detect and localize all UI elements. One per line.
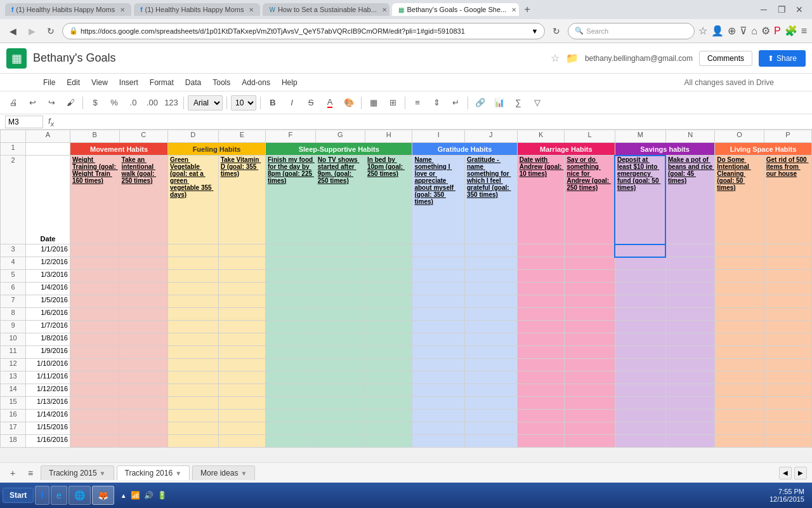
menu-insert[interactable]: Insert: [114, 76, 143, 90]
sheet-tab-2016[interactable]: Tracking 2016 ▼: [117, 465, 190, 480]
cell-L2[interactable]: Say or do something nice for Andrew (goa…: [565, 156, 615, 244]
col-header-P[interactable]: P: [764, 130, 811, 143]
filter-button[interactable]: ▽: [529, 95, 546, 111]
reload-button[interactable]: ↻: [549, 23, 564, 39]
sheet-tab-2015[interactable]: Tracking 2015 ▼: [41, 465, 114, 480]
browser-tab-2[interactable]: f (1) Healthy Habits Happy Moms ✕: [134, 3, 260, 16]
cell-B1[interactable]: Movement Habits: [70, 143, 168, 156]
sheet-scroll-area[interactable]: A B C D E F G H I J K L M N O: [0, 130, 812, 462]
cell-reference-input[interactable]: M3: [5, 116, 43, 128]
menu-addons[interactable]: Add-ons: [237, 76, 275, 90]
col-header-H[interactable]: H: [365, 130, 412, 143]
cell-D1[interactable]: Fueling Habits: [168, 143, 266, 156]
redo-button[interactable]: ↪: [43, 95, 60, 111]
wrap-button[interactable]: ↵: [447, 95, 464, 111]
extensions-icon[interactable]: 🧩: [785, 25, 797, 37]
pinterest-icon[interactable]: P: [774, 25, 781, 37]
paint-format-button[interactable]: 🖌: [62, 95, 79, 111]
cell-F1[interactable]: Sleep-Supportive Habits: [266, 143, 412, 156]
cell-I1[interactable]: Gratitude Habits: [412, 143, 517, 156]
menu-edit[interactable]: Edit: [62, 76, 85, 90]
col-header-I[interactable]: I: [412, 130, 465, 143]
function-button[interactable]: ∑: [510, 95, 527, 111]
menu-tools[interactable]: Tools: [207, 76, 235, 90]
cell-M2[interactable]: Deposit at least $10 into emergency fund…: [615, 156, 665, 244]
col-header-F[interactable]: F: [266, 130, 316, 143]
comments-button[interactable]: Comments: [699, 51, 752, 66]
taskbar-item-chrome[interactable]: 🌐: [69, 486, 91, 505]
col-header-E[interactable]: E: [218, 130, 265, 143]
font-selector[interactable]: Arial: [188, 95, 223, 110]
settings-icon[interactable]: ⚙: [761, 25, 770, 37]
star-bookmark-icon[interactable]: ☆: [551, 52, 560, 64]
browser-tab-4[interactable]: ▦ Bethany's Goals - Google She... ✕: [392, 3, 519, 16]
merge-button[interactable]: ⊞: [384, 95, 401, 111]
tab-close-2[interactable]: ✕: [249, 6, 254, 13]
cell-F2[interactable]: Finish my food for the day by 8pm (goal:…: [266, 156, 316, 244]
search-bar[interactable]: 🔍 Search: [568, 23, 695, 39]
back-button[interactable]: ◀: [5, 23, 20, 39]
cell-C2[interactable]: Take an intentional walk (goal: 250 time…: [119, 156, 167, 244]
cell-G2[interactable]: No TV shows started after 9pm. (goal: 25…: [315, 156, 365, 244]
menu-data[interactable]: Data: [180, 76, 206, 90]
cell-H2[interactable]: In bed by 10pm (goal: 250 times): [365, 156, 412, 244]
cell-P2[interactable]: Get rid of 500 items from our house: [764, 156, 811, 244]
taskbar-item-fb[interactable]: f: [35, 486, 49, 505]
restore-button[interactable]: ❐: [774, 2, 789, 17]
download-icon[interactable]: ⊽: [740, 25, 747, 37]
home-icon[interactable]: ⌂: [751, 25, 757, 37]
col-header-N[interactable]: N: [665, 130, 714, 143]
refresh-button[interactable]: ↻: [43, 23, 58, 39]
chart-button[interactable]: 📊: [491, 95, 508, 111]
folder-icon[interactable]: 📁: [566, 52, 579, 64]
close-button[interactable]: ✕: [792, 2, 807, 17]
browser-tab-1[interactable]: f (1) Healthy Habits Happy Moms ✕: [5, 3, 131, 16]
valign-button[interactable]: ⇕: [428, 95, 445, 111]
print-button[interactable]: 🖨: [5, 95, 22, 111]
scroll-left-button[interactable]: ◀: [779, 467, 792, 479]
cell-E2[interactable]: Take Vitamin D (goal: 355 times): [218, 156, 265, 244]
increase-decimal-button[interactable]: .00: [144, 95, 160, 111]
highlight-color-button[interactable]: 🎨: [341, 95, 357, 111]
link-button[interactable]: 🔗: [472, 95, 488, 111]
text-color-button[interactable]: A: [322, 95, 338, 111]
col-header-C[interactable]: C: [119, 130, 167, 143]
col-header-D[interactable]: D: [168, 130, 219, 143]
col-header-K[interactable]: K: [517, 130, 565, 143]
menu-view[interactable]: View: [86, 76, 113, 90]
col-header-J[interactable]: J: [464, 130, 517, 143]
cell-O2[interactable]: Do Some Intentional Cleaning (goal: 50 t…: [715, 156, 764, 244]
currency-button[interactable]: $: [87, 95, 103, 111]
align-button[interactable]: ≡: [409, 95, 426, 111]
cell-B2[interactable]: Weight Training (goal: Weight Train 160 …: [70, 156, 120, 244]
cell-D2[interactable]: Green Vegetable (goal: eat a green veget…: [168, 156, 219, 244]
col-header-L[interactable]: L: [565, 130, 615, 143]
menu-format[interactable]: Format: [145, 76, 179, 90]
systray-arrow-icon[interactable]: ▲: [121, 492, 127, 499]
italic-button[interactable]: I: [284, 95, 300, 111]
decrease-decimal-button[interactable]: .0: [125, 95, 141, 111]
cell-M1[interactable]: Savings habits: [615, 143, 714, 156]
bookmark-icon[interactable]: ⊕: [728, 25, 736, 37]
tab-close-1[interactable]: ✕: [120, 6, 125, 13]
menu-icon[interactable]: ≡: [801, 25, 807, 37]
tab-close-3[interactable]: ✕: [382, 6, 387, 13]
minimize-button[interactable]: ─: [756, 2, 771, 17]
cell-J2[interactable]: Gratitude - name something for which I f…: [464, 156, 517, 244]
undo-button[interactable]: ↩: [24, 95, 41, 111]
sheet-menu-button[interactable]: ≡: [23, 465, 38, 481]
sheet-tab-more[interactable]: More ideas ▼: [192, 465, 255, 480]
col-header-M[interactable]: M: [615, 130, 665, 143]
menu-help[interactable]: Help: [277, 76, 303, 90]
col-header-G[interactable]: G: [315, 130, 365, 143]
person-icon[interactable]: 👤: [711, 25, 724, 37]
border-button[interactable]: ▦: [365, 95, 382, 111]
forward-button[interactable]: ▶: [24, 23, 39, 39]
cell-N2[interactable]: Make a pot of beans and rice (goal: 45 t…: [665, 156, 714, 244]
strikethrough-button[interactable]: S: [303, 95, 319, 111]
col-header-O[interactable]: O: [715, 130, 764, 143]
bold-button[interactable]: B: [265, 95, 281, 111]
formula-input[interactable]: [59, 116, 807, 128]
cell-K2[interactable]: Date with Andrew (goal: 10 times): [517, 156, 565, 244]
share-button[interactable]: ⬆ Share: [759, 50, 806, 67]
